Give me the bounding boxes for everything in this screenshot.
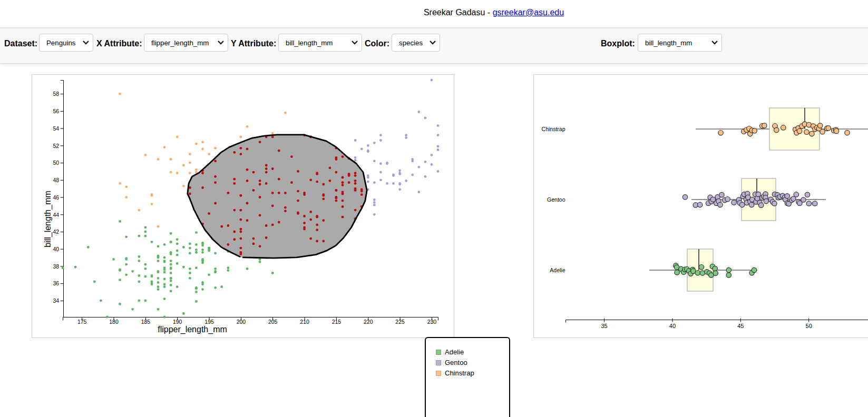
svg-text:175: 175 xyxy=(77,319,87,325)
svg-text:36: 36 xyxy=(53,280,60,286)
svg-text:42: 42 xyxy=(53,229,60,235)
svg-text:215: 215 xyxy=(332,319,342,325)
svg-text:52: 52 xyxy=(53,143,60,149)
svg-text:40: 40 xyxy=(53,246,60,252)
svg-text:180: 180 xyxy=(109,319,119,325)
svg-text:190: 190 xyxy=(173,319,182,325)
svg-text:46: 46 xyxy=(53,194,60,201)
svg-text:200: 200 xyxy=(237,319,246,325)
svg-text:185: 185 xyxy=(141,319,151,325)
svg-text:34: 34 xyxy=(53,297,60,304)
svg-text:48: 48 xyxy=(53,177,60,183)
svg-text:54: 54 xyxy=(53,125,60,132)
svg-text:40: 40 xyxy=(669,323,676,329)
svg-text:205: 205 xyxy=(268,319,278,325)
svg-text:230: 230 xyxy=(427,319,437,325)
svg-text:225: 225 xyxy=(395,319,405,325)
svg-text:58: 58 xyxy=(53,91,60,97)
svg-text:50: 50 xyxy=(806,323,812,329)
svg-text:44: 44 xyxy=(53,212,60,218)
svg-text:Adelie: Adelie xyxy=(550,267,565,273)
svg-text:50: 50 xyxy=(53,160,60,166)
svg-text:38: 38 xyxy=(53,263,60,270)
svg-text:220: 220 xyxy=(364,319,373,325)
svg-text:Chinstrap: Chinstrap xyxy=(542,126,565,132)
svg-text:flipper_length_mm: flipper_length_mm xyxy=(158,325,227,334)
svg-text:35: 35 xyxy=(601,323,607,329)
svg-text:210: 210 xyxy=(300,319,309,325)
svg-text:bill_length_mm: bill_length_mm xyxy=(43,191,53,247)
svg-text:Gentoo: Gentoo xyxy=(547,196,565,203)
svg-text:56: 56 xyxy=(53,108,60,114)
svg-text:45: 45 xyxy=(737,323,744,329)
svg-text:195: 195 xyxy=(204,319,214,325)
